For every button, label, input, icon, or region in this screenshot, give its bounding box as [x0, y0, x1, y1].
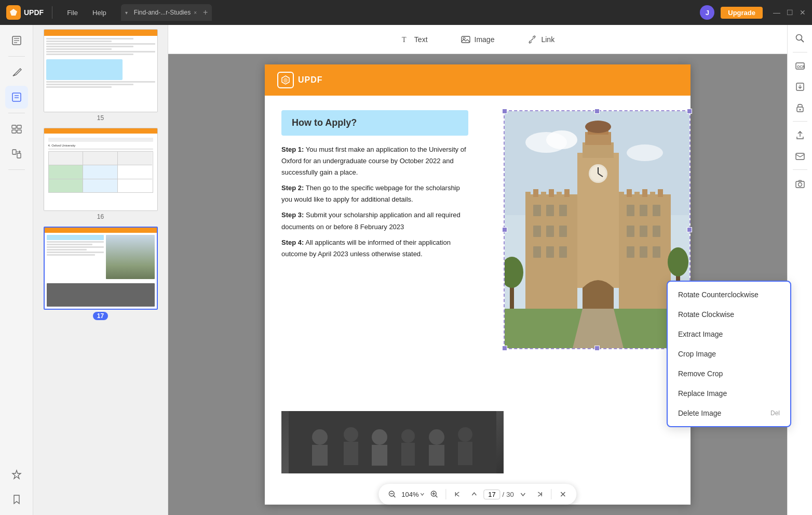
svg-rect-65: [564, 189, 570, 197]
link-tool[interactable]: Link: [519, 32, 563, 47]
page-first-button[interactable]: [451, 487, 465, 501]
thumb-img-15[interactable]: [44, 29, 158, 112]
close-button[interactable]: ✕: [800, 8, 806, 17]
resize-handle-tl[interactable]: [502, 109, 507, 114]
sidebar-item-ai[interactable]: [5, 463, 28, 486]
new-tab-button[interactable]: +: [203, 8, 208, 17]
oxford-image[interactable]: [505, 111, 689, 348]
save-to-icon[interactable]: [791, 77, 809, 96]
svg-rect-14: [17, 153, 21, 158]
maximize-button[interactable]: ☐: [787, 8, 793, 17]
tab-close-button[interactable]: ×: [194, 10, 197, 16]
svg-rect-67: [627, 189, 632, 197]
svg-marker-20: [283, 77, 288, 83]
context-remove-crop[interactable]: Remove Crop: [668, 364, 790, 384]
updf-logo: UPDF: [277, 72, 323, 88]
resize-handle-ml[interactable]: [502, 227, 507, 232]
toolbar-separator-2: [551, 489, 552, 499]
text-tool[interactable]: T Text: [393, 32, 436, 47]
context-rotate-ccw[interactable]: Rotate Counterclockwise: [668, 285, 790, 305]
logo-text: UPDF: [24, 8, 44, 17]
svg-text:OCR: OCR: [797, 65, 805, 69]
zoom-in-button[interactable]: [427, 487, 442, 501]
resize-handle-mr[interactable]: [687, 227, 692, 232]
svg-rect-11: [12, 130, 16, 133]
thumbnail-17[interactable]: 17: [37, 227, 164, 320]
svg-rect-74: [312, 445, 328, 466]
context-menu: Rotate Counterclockwise Rotate Clockwise…: [667, 281, 791, 427]
page-number-input[interactable]: [484, 490, 500, 499]
user-avatar[interactable]: J: [700, 5, 714, 20]
svg-rect-38: [546, 205, 554, 216]
page-up-button[interactable]: [467, 487, 482, 501]
svg-rect-6: [12, 93, 21, 101]
svg-rect-39: [559, 205, 567, 216]
share-icon[interactable]: [791, 126, 809, 144]
close-toolbar-button[interactable]: [556, 487, 571, 501]
minimize-button[interactable]: —: [773, 8, 780, 17]
sidebar-separator-3: [8, 169, 25, 170]
help-menu[interactable]: Help: [86, 7, 113, 19]
svg-point-96: [796, 35, 802, 41]
rs-separator-1: [793, 52, 807, 52]
page-last-button[interactable]: [533, 487, 547, 501]
pdf-page: UPDF How to Apply? Step 1: You must firs…: [265, 64, 691, 505]
thumb-num-15: 15: [97, 114, 104, 122]
context-delete-image[interactable]: Delete Image Del: [668, 403, 790, 423]
text-tool-label: Text: [414, 35, 428, 44]
thumb-img-16[interactable]: 4. Oxford University: [44, 128, 158, 211]
tab-dropdown[interactable]: ▾: [125, 10, 128, 16]
svg-rect-68: [634, 192, 640, 197]
svg-rect-71: [658, 189, 663, 197]
image-selection-box[interactable]: [504, 110, 691, 349]
main-layout: 15 4. Oxford University: [0, 25, 812, 515]
context-replace-image[interactable]: Replace Image: [668, 384, 790, 403]
camera-icon[interactable]: [791, 174, 809, 193]
zoom-out-button[interactable]: [385, 487, 399, 501]
svg-rect-49: [627, 226, 634, 237]
sidebar-item-organize[interactable]: [5, 117, 28, 140]
context-crop-image[interactable]: Crop Image: [668, 344, 790, 364]
thumbnail-panel: 15 4. Oxford University: [33, 25, 168, 515]
svg-text:T: T: [402, 36, 407, 44]
thumb-num-17: 17: [93, 312, 108, 320]
svg-rect-76: [344, 442, 358, 465]
sidebar-item-bookmark[interactable]: [5, 488, 28, 511]
thumbnail-15[interactable]: 15: [37, 29, 164, 122]
resize-handle-bl[interactable]: [502, 346, 507, 351]
sidebar-item-read[interactable]: [5, 29, 28, 52]
thumbnail-16[interactable]: 4. Oxford University: [37, 128, 164, 220]
resize-handle-tr[interactable]: [687, 109, 692, 114]
email-icon[interactable]: [791, 147, 809, 165]
svg-rect-70: [650, 192, 655, 197]
thumb-img-17[interactable]: [44, 227, 158, 310]
page-down-button[interactable]: [516, 487, 531, 501]
svg-rect-43: [533, 246, 541, 258]
resize-handle-bm[interactable]: [594, 346, 600, 351]
image-tool-label: Image: [475, 35, 495, 44]
svg-rect-47: [640, 205, 647, 216]
active-tab[interactable]: Find-and-...r-Studies ×: [130, 9, 201, 16]
toolbar-separator-1: [446, 489, 446, 499]
search-icon[interactable]: [791, 29, 809, 48]
svg-rect-12: [17, 130, 21, 133]
file-menu[interactable]: File: [61, 7, 84, 19]
lock-icon[interactable]: [791, 98, 809, 117]
context-extract-image[interactable]: Extract Image: [668, 324, 790, 344]
svg-point-77: [372, 429, 387, 445]
svg-rect-69: [642, 189, 647, 197]
resize-handle-tm[interactable]: [594, 109, 600, 114]
ocr-icon[interactable]: OCR: [791, 57, 809, 75]
context-rotate-cw[interactable]: Rotate Clockwise: [668, 305, 790, 324]
zoom-level-display[interactable]: 104%: [401, 491, 425, 498]
image-tool[interactable]: Image: [453, 32, 503, 47]
page-separator: /: [503, 491, 505, 498]
svg-point-75: [344, 427, 358, 442]
sidebar-item-edit[interactable]: [5, 86, 28, 109]
sidebar-item-convert[interactable]: [5, 142, 28, 165]
svg-rect-61: [533, 189, 538, 197]
upgrade-button[interactable]: Upgrade: [721, 7, 763, 19]
sidebar-item-annotate[interactable]: [5, 61, 28, 84]
sidebar-separator: [8, 56, 25, 57]
svg-rect-50: [640, 226, 647, 237]
